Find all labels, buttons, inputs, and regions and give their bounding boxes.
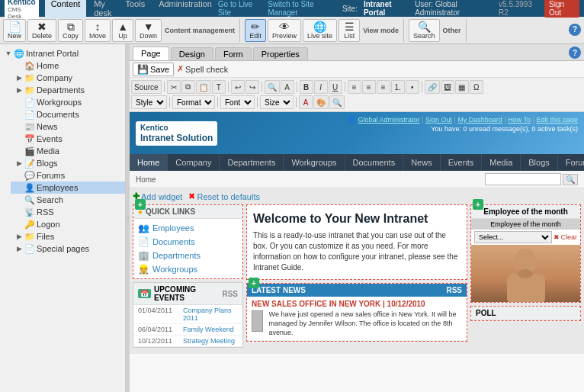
tree-toggle-blogs[interactable]: ▶ bbox=[14, 158, 24, 169]
align-right-btn[interactable]: ≡ bbox=[377, 80, 390, 94]
italic-btn[interactable]: I bbox=[314, 80, 328, 94]
nav-departments[interactable]: Departments bbox=[220, 154, 284, 171]
list-button[interactable]: ☰ List bbox=[339, 19, 360, 42]
tree-item-home[interactable]: 🏠 Home bbox=[11, 59, 125, 72]
tree-item-rss[interactable]: 📡 RSS bbox=[11, 206, 125, 218]
signout-link[interactable]: Sign Out bbox=[425, 116, 452, 124]
nav-blogs[interactable]: Blogs bbox=[521, 154, 558, 171]
tree-item-blogs[interactable]: ▶ 📝 Blogs bbox=[11, 157, 125, 169]
tab-properties[interactable]: Properties bbox=[253, 47, 308, 60]
tree-item-media[interactable]: 🎬 Media bbox=[11, 145, 125, 157]
source-btn[interactable]: Source bbox=[131, 80, 162, 94]
paste-text-btn[interactable]: T bbox=[212, 80, 226, 94]
nav-forums[interactable]: Forums bbox=[558, 154, 584, 171]
live-site-button[interactable]: 🌐 Live site bbox=[303, 19, 337, 42]
tree-item-files[interactable]: ▶ 📁 Files bbox=[11, 230, 125, 243]
edit-page-link[interactable]: Edit this page bbox=[536, 116, 578, 124]
edit-button[interactable]: ✏ Edit bbox=[245, 19, 266, 42]
special-char-btn[interactable]: Ω bbox=[470, 80, 483, 94]
admin-link[interactable]: Global Administrator bbox=[358, 116, 420, 124]
help-button[interactable]: ? bbox=[569, 24, 581, 36]
quick-link-workgroups[interactable]: 👷 Workgroups bbox=[138, 262, 238, 276]
style-select[interactable]: Style bbox=[131, 95, 167, 109]
event-link-2[interactable]: Strategy Meeting bbox=[183, 337, 235, 345]
nav-news[interactable]: News bbox=[403, 154, 441, 171]
align-center-btn[interactable]: ≡ bbox=[362, 80, 376, 94]
nav-company[interactable]: Company bbox=[168, 154, 220, 171]
employee-add-btn[interactable]: + bbox=[473, 199, 483, 210]
tree-toggle-company[interactable]: ▶ bbox=[14, 72, 24, 83]
tab-form[interactable]: Form bbox=[215, 47, 252, 60]
tree-item-logon[interactable]: 🔑 Logon bbox=[11, 218, 125, 230]
site-search-button[interactable]: 🔍 bbox=[563, 174, 578, 185]
event-link-1[interactable]: Family Weekend bbox=[183, 326, 234, 333]
save-button[interactable]: 💾 Save bbox=[133, 63, 174, 76]
nav-workgroups[interactable]: Workgroups bbox=[284, 154, 345, 171]
align-left-btn[interactable]: ≡ bbox=[348, 80, 361, 94]
nav-home[interactable]: Home bbox=[130, 154, 168, 171]
nav-events[interactable]: Events bbox=[441, 154, 483, 171]
tree-item-documents[interactable]: 📄 Documents bbox=[11, 108, 125, 120]
image-btn[interactable]: 🖼 bbox=[441, 80, 454, 94]
employee-clear-btn[interactable]: ✖ Clear bbox=[554, 233, 577, 241]
find-btn[interactable]: 🔍 bbox=[265, 80, 280, 94]
employee-select[interactable]: Select... bbox=[474, 231, 552, 243]
tab-tools[interactable]: Tools bbox=[119, 0, 151, 18]
table-btn[interactable]: ▦ bbox=[455, 80, 469, 94]
undo-btn[interactable]: ↩ bbox=[231, 80, 245, 94]
quick-link-employees[interactable]: 👥 Employees bbox=[138, 221, 238, 235]
dashboard-link[interactable]: My Dashboard bbox=[457, 116, 502, 124]
tree-item-events[interactable]: 📅 Events bbox=[11, 133, 125, 145]
reset-defaults-action[interactable]: ✖ Reset to defaults bbox=[188, 191, 260, 201]
tree-item-workgroups[interactable]: 📄 Workgroups bbox=[11, 96, 125, 108]
redo-btn[interactable]: ↪ bbox=[245, 80, 259, 94]
tree-toggle-departments[interactable]: ▶ bbox=[14, 85, 24, 95]
down-button[interactable]: ▼ Down bbox=[135, 19, 162, 42]
tab-administration[interactable]: Administration bbox=[152, 0, 218, 18]
switch-site-manager-link[interactable]: Switch to Site Manager bbox=[268, 0, 336, 17]
news-add-btn[interactable]: + bbox=[249, 278, 259, 288]
preview-scroll[interactable]: Kentico Intranet Solution 👤 Global Admin… bbox=[130, 112, 584, 392]
quick-link-documents[interactable]: 📄 Documents bbox=[138, 235, 238, 249]
font-color-btn[interactable]: A bbox=[299, 95, 313, 109]
font-select[interactable]: Font bbox=[220, 95, 255, 109]
copy-button[interactable]: ⧉ Copy bbox=[58, 19, 83, 42]
event-link-0[interactable]: Company Plans 2011 bbox=[183, 307, 238, 322]
size-select[interactable]: Size bbox=[260, 95, 294, 109]
page-help-button[interactable]: ? bbox=[569, 47, 581, 59]
copy-rich-btn[interactable]: ⧉ bbox=[181, 80, 195, 94]
tab-design[interactable]: Design bbox=[171, 47, 213, 60]
format-select[interactable]: Format bbox=[172, 95, 215, 109]
tab-page[interactable]: Page bbox=[133, 47, 169, 60]
tree-toggle-files[interactable]: ▶ bbox=[14, 231, 24, 242]
search-button[interactable]: 🔍 Search bbox=[409, 19, 440, 42]
cut-btn[interactable]: ✂ bbox=[167, 80, 181, 94]
magnify-btn[interactable]: 🔍 bbox=[329, 95, 345, 109]
bg-color-btn[interactable]: 🎨 bbox=[313, 95, 329, 109]
tab-content[interactable]: Content bbox=[45, 0, 87, 18]
paste-btn[interactable]: 📋 bbox=[196, 80, 211, 94]
spell-check-button[interactable]: ✗ Spell check bbox=[177, 64, 228, 74]
ol-btn[interactable]: 1. bbox=[391, 80, 405, 94]
tree-item-search[interactable]: 🔍 Search bbox=[11, 194, 125, 206]
tree-toggle-special-pages[interactable]: ▶ bbox=[14, 243, 24, 254]
up-button[interactable]: ▲ Up bbox=[112, 19, 133, 42]
go-live-link[interactable]: Go to Live Site bbox=[218, 0, 262, 17]
tree-item-special-pages[interactable]: ▶ 📄 Special pages bbox=[11, 243, 125, 255]
underline-btn[interactable]: U bbox=[329, 80, 342, 94]
tree-item-departments[interactable]: ▶ 📁 Departments bbox=[11, 84, 125, 96]
quick-links-add-btn[interactable]: + bbox=[135, 199, 146, 210]
nav-media[interactable]: Media bbox=[482, 154, 521, 171]
site-search-input[interactable] bbox=[485, 173, 561, 185]
tree-toggle-root[interactable]: ▼ bbox=[3, 48, 14, 59]
link-btn[interactable]: 🔗 bbox=[425, 80, 440, 94]
tree-item-employees[interactable]: 👤 Employees bbox=[11, 182, 125, 194]
bold-btn[interactable]: B bbox=[300, 80, 313, 94]
howto-link[interactable]: How To bbox=[508, 116, 531, 124]
quick-link-departments[interactable]: 🏢 Departments bbox=[138, 249, 238, 262]
tree-root[interactable]: ▼ 🌐 Intranet Portal bbox=[0, 47, 125, 59]
tree-item-forums[interactable]: 💬 Forums bbox=[11, 169, 125, 182]
tree-item-news[interactable]: 📰 News bbox=[11, 120, 125, 133]
move-button[interactable]: ↕ Move bbox=[85, 19, 111, 42]
ul-btn[interactable]: • bbox=[406, 80, 419, 94]
